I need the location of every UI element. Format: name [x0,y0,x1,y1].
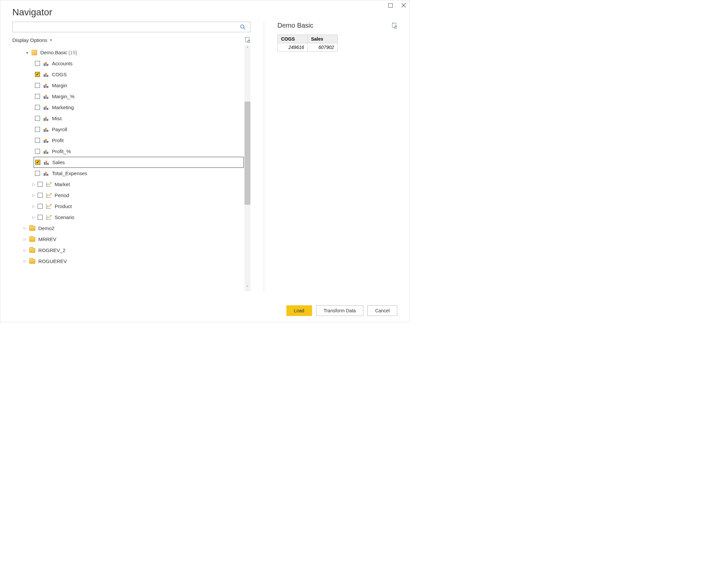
svg-rect-26 [45,128,47,132]
checkbox[interactable] [35,72,40,77]
tree-folder[interactable]: MRREV [22,234,244,245]
checkbox[interactable] [35,127,40,132]
tree-item[interactable]: Accounts [34,58,244,69]
svg-rect-10 [44,74,45,77]
svg-line-4 [244,28,246,30]
checkbox[interactable] [35,105,40,110]
caret-icon[interactable] [32,193,37,198]
folder-icon [29,237,36,243]
tree-item-label: Demo2 [38,225,54,231]
tree-item[interactable]: Margin_% [34,91,244,102]
scrollbar[interactable]: ˄ ˅ [245,45,250,291]
dimension-icon [45,193,52,198]
svg-point-3 [241,25,244,28]
svg-rect-15 [47,86,48,88]
svg-rect-21 [47,108,48,110]
tree-item[interactable]: Sales [34,157,244,168]
preview-panel: Demo Basic COGSSales249616607902 [277,22,397,291]
caret-icon[interactable] [23,226,28,230]
tree-item[interactable]: Payroll [34,124,244,135]
checkbox[interactable] [35,149,40,154]
caret-icon[interactable] [23,237,28,242]
caret-icon[interactable] [32,182,37,187]
tree-item[interactable]: Marketing [34,102,244,113]
tree-dimension[interactable]: Market [31,179,244,190]
tree-root-count: [15] [68,50,77,55]
checkbox[interactable] [35,160,40,165]
checkbox[interactable] [35,171,40,176]
svg-rect-48 [392,23,396,28]
caret-icon[interactable] [25,51,30,55]
tree-folder[interactable]: Demo2 [22,223,244,234]
svg-rect-38 [45,172,47,176]
checkbox[interactable] [38,215,43,220]
svg-rect-14 [45,84,47,88]
svg-rect-7 [44,63,45,66]
caret-icon[interactable] [32,215,37,219]
checkbox[interactable] [38,182,43,187]
measure-icon [43,71,49,77]
tree-item-label: Margin_% [52,94,74,99]
tree-item[interactable]: Total_Expenses [34,168,244,179]
tree-item[interactable]: COGS [34,69,244,80]
display-options[interactable]: Display Options ▼ [12,37,53,43]
checkbox[interactable] [35,116,40,121]
caret-icon[interactable] [32,204,37,208]
options-row: Display Options ▼ [12,37,250,43]
svg-rect-36 [47,163,49,165]
scroll-up[interactable]: ˄ [245,46,250,52]
measure-icon [43,159,50,165]
svg-rect-23 [45,117,47,121]
tree-dimension[interactable]: Period [31,190,244,201]
measure-icon [43,83,49,89]
search-input[interactable] [13,24,240,30]
checkbox[interactable] [38,204,43,209]
tree-item-label: Accounts [52,61,72,66]
checkbox[interactable] [38,193,43,198]
checkbox[interactable] [35,61,40,66]
checkbox[interactable] [35,138,40,143]
measure-icon [43,105,49,110]
svg-rect-17 [45,95,47,99]
tree-item-label: Total_Expenses [52,170,87,176]
refresh-button[interactable] [245,37,250,43]
tree-item-label: Marketing [52,105,74,110]
search-icon[interactable] [240,24,250,30]
svg-rect-18 [47,97,48,99]
load-button[interactable]: Load [287,305,312,316]
svg-point-6 [248,40,250,43]
tree-item-label: Profit_% [52,149,71,154]
tree-item-label: ROGUEREV [38,258,67,264]
maximize-button[interactable] [386,1,395,10]
caret-icon[interactable] [23,248,28,252]
tree-folder[interactable]: ROGREV_2 [22,245,244,256]
tree-folder[interactable]: ROGUEREV [22,256,244,267]
tree-item[interactable]: Profit_% [34,146,244,157]
close-button[interactable] [399,1,408,10]
measure-icon [43,61,49,66]
tree-dimension[interactable]: Product [31,201,244,212]
tree-root[interactable]: Demo.Basic [15] [24,47,244,58]
tree-item[interactable]: Margin [34,80,244,91]
tree-item[interactable]: Profit [34,135,244,146]
tree-item-label: ROGREV_2 [38,247,66,253]
checkbox[interactable] [35,94,40,99]
svg-rect-13 [44,85,45,88]
tree-item[interactable]: Misc [34,113,244,124]
tree-item-label: Profit [52,138,64,143]
tree-dimension[interactable]: Scenario [31,212,244,223]
checkbox[interactable] [35,83,40,88]
preview-refresh-button[interactable] [391,22,397,29]
cancel-button[interactable]: Cancel [367,305,397,316]
caret-icon[interactable] [23,259,28,263]
tree-wrap: Demo.Basic [15]AccountsCOGSMarginMargin_… [12,45,250,291]
measure-icon [43,126,49,133]
scroll-down[interactable]: ˅ [245,285,250,291]
svg-rect-30 [47,141,48,143]
transform-data-button[interactable]: Transform Data [316,305,364,316]
search-box[interactable] [12,22,250,32]
svg-rect-0 [388,3,392,7]
chevron-down-icon: ▼ [49,38,53,42]
svg-rect-29 [45,139,47,143]
scroll-thumb[interactable] [245,102,250,205]
